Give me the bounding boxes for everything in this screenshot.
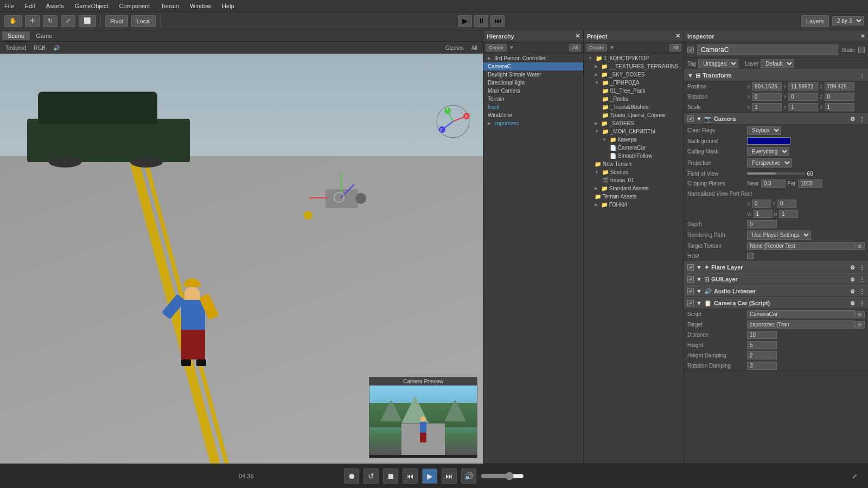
project-item-nature[interactable]: ▼📁 _ПРИРОДА	[584, 79, 684, 87]
camera-expand-icon[interactable]: ▼	[696, 115, 702, 122]
menu-gameobject[interactable]: GameObject	[73, 2, 111, 10]
rendering-path-dropdown[interactable]: Use Player Settings	[747, 230, 811, 240]
volume-slider[interactable]	[481, 472, 524, 480]
vp-y-input[interactable]	[777, 200, 796, 208]
local-button[interactable]: Local	[131, 15, 155, 27]
object-name-input[interactable]	[697, 44, 838, 55]
move-tool[interactable]: ✛	[25, 15, 40, 27]
script-pick-btn[interactable]: ⊙	[855, 311, 865, 318]
menu-assets[interactable]: Assets	[44, 2, 66, 10]
audio-expand-icon[interactable]: ▼	[696, 288, 702, 294]
project-item-cameracar[interactable]: 📄 CameraCar	[584, 144, 684, 152]
hierarchy-item-water[interactable]: Daylight Simple Water	[483, 70, 583, 79]
expand-icon[interactable]: ⤢	[852, 473, 857, 480]
tag-dropdown[interactable]: Untagged	[698, 59, 738, 68]
project-item-newterrain[interactable]: 📁 New Terrain	[584, 160, 684, 168]
project-item-treesbushes[interactable]: 📁 _Trees&Bushes	[584, 103, 684, 111]
project-item-trassa[interactable]: 🎬 trassa_01	[584, 176, 684, 184]
menu-help[interactable]: Help	[220, 2, 237, 10]
hierarchy-close-icon[interactable]: ✕	[575, 33, 580, 40]
rot-z-input[interactable]	[825, 93, 854, 101]
scene-camera-object[interactable]	[326, 189, 358, 208]
project-item-smoothfollow[interactable]: 📄 SmoothFollow	[584, 152, 684, 160]
step-button[interactable]: ⏭	[490, 15, 505, 27]
hierarchy-item-terrain[interactable]: Terrain	[483, 95, 583, 103]
project-item-saders[interactable]: ▶📁 _SADERS	[584, 119, 684, 127]
layer-dropdown[interactable]: Default	[761, 59, 794, 68]
hierarchy-item-dirlight[interactable]: Directional light	[483, 79, 583, 87]
layers-button[interactable]: Layers	[801, 15, 829, 27]
clear-flags-dropdown[interactable]: Skybox	[747, 126, 781, 135]
menu-file[interactable]: File	[2, 2, 16, 10]
project-close-icon[interactable]: ✕	[675, 33, 680, 40]
scale-y-input[interactable]	[788, 103, 818, 111]
audio-settings-icon[interactable]: ⚙	[850, 288, 855, 294]
layout-dropdown[interactable]: 2 by 3	[832, 16, 864, 25]
static-checkbox[interactable]	[858, 47, 865, 53]
fov-slider[interactable]	[747, 172, 805, 175]
play-pause-button[interactable]: ▶	[422, 468, 437, 484]
flare-menu-icon[interactable]: ⋮	[859, 265, 865, 271]
tab-game[interactable]: Game	[30, 31, 58, 40]
pos-y-input[interactable]	[788, 82, 818, 91]
audio-icon[interactable]: 🔊	[51, 44, 62, 52]
hand-tool[interactable]: ✋	[4, 15, 22, 27]
project-item-textures[interactable]: ▶📁 __TEXTURES_TERRARINS	[584, 62, 684, 70]
camera-menu-icon[interactable]: ⋮	[859, 116, 865, 122]
audio-button[interactable]: 🔊	[461, 468, 476, 484]
pos-x-input[interactable]	[752, 82, 782, 91]
hierarchy-item-zaporozec[interactable]: ▶zaporozec	[483, 119, 583, 127]
hierarchy-item[interactable]: ▶3rd Person Controller	[483, 54, 583, 62]
gui-menu-icon[interactable]: ⋮	[859, 277, 865, 282]
transform-menu-icon[interactable]: ⋮	[859, 73, 865, 79]
scene-mode[interactable]: Textured	[3, 44, 28, 52]
scale-z-input[interactable]	[825, 103, 854, 111]
culling-mask-dropdown[interactable]: Everything	[747, 147, 789, 156]
viewport-content[interactable]: X Y Z 196 Camera Preview	[0, 54, 483, 464]
scale-x-input[interactable]	[752, 103, 782, 111]
project-item-terrainas[interactable]: 📁 Terrain Assets	[584, 192, 684, 201]
inspector-close-icon[interactable]: ✕	[860, 33, 865, 39]
target-texture-input[interactable]	[747, 242, 855, 250]
rot-y-input[interactable]	[788, 93, 818, 101]
target-pick-btn[interactable]: ⊙	[855, 321, 865, 329]
pivot-button[interactable]: Pivot	[105, 15, 128, 27]
height-input[interactable]	[747, 341, 777, 349]
depth-input[interactable]	[747, 220, 777, 228]
vp-h-input[interactable]	[779, 210, 798, 218]
flare-settings-icon[interactable]: ⚙	[850, 265, 855, 271]
background-color-swatch[interactable]	[747, 137, 790, 145]
script-input[interactable]	[747, 310, 855, 318]
audio-menu-icon[interactable]: ⋮	[859, 288, 865, 294]
menu-component[interactable]: Component	[117, 2, 152, 10]
cameracar-menu-icon[interactable]: ⋮	[859, 300, 865, 306]
project-item-grass[interactable]: 📁 Трава_Цветы_Сорняк	[584, 111, 684, 119]
hierarchy-item-maincam[interactable]: Main Camera	[483, 87, 583, 95]
gui-active-checkbox[interactable]: ✓	[687, 276, 694, 282]
hierarchy-create-btn[interactable]: Create	[486, 44, 507, 52]
menu-window[interactable]: Window	[188, 2, 213, 10]
cameracar-expand-icon[interactable]: ▼	[696, 300, 702, 306]
height-damping-input[interactable]	[747, 351, 777, 359]
rect-tool[interactable]: ⬜	[79, 15, 96, 27]
project-item-scripts[interactable]: ▼📁 _МОИ_СКРИПТЫ	[584, 127, 684, 136]
project-item-gonki[interactable]: ▶📁 ГОНКИ	[584, 201, 684, 209]
hierarchy-item-windzone[interactable]: WindZone	[483, 111, 583, 119]
rot-x-input[interactable]	[752, 93, 782, 101]
rotation-damping-input[interactable]	[747, 362, 777, 370]
menu-terrain[interactable]: Terrain	[158, 2, 181, 10]
tab-scene[interactable]: Scene	[2, 31, 30, 40]
active-checkbox[interactable]: ✓	[687, 47, 694, 53]
transform-expand-icon[interactable]: ▼	[687, 72, 693, 79]
play-button[interactable]: ▶	[458, 15, 472, 27]
gui-settings-icon[interactable]: ⚙	[850, 277, 855, 282]
pause-button[interactable]: ⏸	[474, 15, 488, 27]
hierarchy-item-camerac[interactable]: CameraC	[483, 62, 583, 70]
audio-active-checkbox[interactable]: ✓	[687, 288, 694, 294]
project-item-sky[interactable]: ▶📁 _SKY_BOXES	[584, 70, 684, 79]
project-item-standard[interactable]: ▶📁 Standard Assets	[584, 184, 684, 192]
project-create-btn[interactable]: Create	[586, 44, 607, 52]
color-mode[interactable]: RGB	[31, 44, 48, 52]
menu-edit[interactable]: Edit	[23, 2, 37, 10]
pos-z-input[interactable]	[825, 82, 854, 91]
